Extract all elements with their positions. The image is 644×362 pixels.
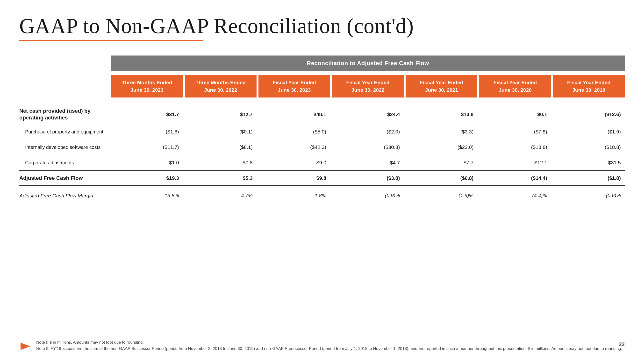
col-header-4: Fiscal Year Ended June 30, 2021 (406, 75, 477, 98)
col-header-2: Fiscal Year Ended June 30, 2023 (258, 75, 330, 98)
cell-1-1: ($0.1) (185, 129, 256, 135)
cell-5-6: (0.6)% (553, 193, 625, 198)
data-table: Net cash provided (used) by operating ac… (19, 105, 625, 203)
footer-arrow-icon (19, 340, 32, 352)
footer-note2: Note II: FY'19 actuals are the sum of th… (36, 346, 625, 352)
svg-marker-0 (20, 343, 30, 350)
page-title: GAAP to Non-GAAP Reconciliation (cont'd) (19, 14, 625, 38)
cell-1-4: ($3.3) (406, 129, 477, 135)
row-cells-2: ($11.7) ($8.1) ($42.3) ($30.8) ($22.0) (… (111, 144, 625, 150)
col-period-3: Fiscal Year Ended (346, 79, 390, 86)
cell-1-3: ($2.0) (332, 129, 404, 135)
cell-5-4: (1.9)% (406, 193, 477, 198)
cell-4-6: ($1.8) (553, 175, 625, 181)
table-row: Net cash provided (used) by operating ac… (19, 105, 625, 124)
row-cells-1: ($1.8) ($0.1) ($5.0) ($2.0) ($3.3) ($7.8… (111, 129, 625, 135)
cell-1-2: ($5.0) (258, 129, 330, 135)
table-row: Internally developed software costs ($11… (19, 139, 625, 155)
title-section: GAAP to Non-GAAP Reconciliation (cont'd) (19, 14, 625, 41)
cell-2-5: ($18.8) (479, 144, 551, 150)
col-header-6: Fiscal Year Ended June 30, 2019 (553, 75, 625, 98)
cell-4-1: $5.3 (185, 175, 256, 181)
table-row: Adjusted Free Cash Flow Margin 13.8% 4.7… (19, 188, 625, 203)
cell-4-2: $9.8 (258, 175, 330, 181)
cell-4-5: ($14.4) (479, 175, 551, 181)
cell-1-0: ($1.8) (111, 129, 183, 135)
col-date-4: June 30, 2021 (425, 87, 458, 93)
footer-section: Note I: $ in millions. Amounts may not f… (19, 339, 625, 352)
cell-5-5: (4.4)% (479, 193, 551, 198)
section-header-row: Reconciliation to Adjusted Free Cash Flo… (19, 55, 625, 71)
footer-note1: Note I: $ in millions. Amounts may not f… (36, 339, 625, 346)
table-section: Reconciliation to Adjusted Free Cash Flo… (19, 55, 625, 203)
footer-notes: Note I: $ in millions. Amounts may not f… (36, 339, 625, 352)
cell-1-6: ($1.9) (553, 129, 625, 135)
cell-4-4: ($6.8) (406, 175, 477, 181)
col-period-5: Fiscal Year Ended (494, 79, 537, 86)
cell-4-3: ($3.8) (332, 175, 404, 181)
col-header-1: Three Months Ended June 30, 2022 (185, 75, 256, 98)
row-label-3: Corporate adjustments (19, 160, 111, 166)
col-period-4: Fiscal Year Ended (420, 79, 463, 86)
cell-0-0: $31.7 (111, 111, 183, 117)
cell-0-3: $24.4 (332, 111, 404, 117)
cell-4-0: $19.3 (111, 175, 183, 181)
header-spacer (19, 55, 111, 71)
col-period-6: Fiscal Year Ended (567, 79, 610, 86)
row-cells-3: $1.0 $0.8 $9.0 $4.7 $7.7 $12.1 $31.5 (111, 160, 625, 166)
col-header-5: Fiscal Year Ended June 30, 2020 (479, 75, 551, 98)
table-row: Corporate adjustments $1.0 $0.8 $9.0 $4.… (19, 155, 625, 170)
col-header-3: Fiscal Year Ended June 30, 2022 (332, 75, 404, 98)
col-period-2: Fiscal Year Ended (272, 79, 316, 86)
table-row: Purchase of property and equipment ($1.8… (19, 124, 625, 139)
cell-2-6: ($18.8) (553, 144, 625, 150)
col-period-0: Three Months Ended (122, 79, 172, 86)
cell-3-3: $4.7 (332, 160, 404, 166)
cell-3-2: $9.0 (258, 160, 330, 166)
col-headers-row: Three Months Ended June 30, 2023 Three M… (19, 71, 625, 98)
title-underline (19, 40, 203, 41)
row-label-4: Adjusted Free Cash Flow (19, 175, 111, 182)
col-date-5: June 30, 2020 (498, 87, 532, 93)
col-date-1: June 30, 2022 (204, 87, 237, 93)
cell-5-2: 1.8% (258, 193, 330, 198)
cell-0-6: ($12.6) (553, 111, 625, 117)
section-header-container: Reconciliation to Adjusted Free Cash Flo… (111, 55, 625, 71)
col-date-6: June 30, 2019 (572, 87, 605, 93)
cell-5-1: 4.7% (185, 193, 256, 198)
row-cells-5: 13.8% 4.7% 1.8% (0.9)% (1.9)% (4.4)% (0.… (111, 193, 625, 198)
row-label-5: Adjusted Free Cash Flow Margin (19, 192, 111, 199)
table-wrapper: Reconciliation to Adjusted Free Cash Flo… (19, 55, 625, 203)
col-date-0: June 30, 2023 (130, 87, 164, 93)
cell-3-1: $0.8 (185, 160, 256, 166)
page-number: 22 (619, 341, 625, 348)
cell-2-1: ($8.1) (185, 144, 256, 150)
row-cells-0: $31.7 $12.7 $48.1 $24.4 $10.8 $0.1 ($12.… (111, 111, 625, 117)
cell-5-0: 13.8% (111, 193, 183, 198)
row-label-2: Internally developed software costs (19, 144, 111, 150)
cell-0-2: $48.1 (258, 111, 330, 117)
cell-1-5: ($7.8) (479, 129, 551, 135)
cell-2-2: ($42.3) (258, 144, 330, 150)
page-container: GAAP to Non-GAAP Reconciliation (cont'd)… (0, 0, 644, 362)
row-label-0: Net cash provided (used) by operating ac… (19, 108, 111, 121)
section-header: Reconciliation to Adjusted Free Cash Flo… (111, 55, 625, 71)
cell-0-4: $10.8 (406, 111, 477, 117)
cell-3-5: $12.1 (479, 160, 551, 166)
col-date-3: June 30, 2022 (352, 87, 384, 93)
cell-2-3: ($30.8) (332, 144, 404, 150)
cell-0-5: $0.1 (479, 111, 551, 117)
cell-3-0: $1.0 (111, 160, 183, 166)
row-cells-4: $19.3 $5.3 $9.8 ($3.8) ($6.8) ($14.4) ($… (111, 175, 625, 181)
col-period-1: Three Months Ended (196, 79, 246, 86)
cell-3-4: $7.7 (406, 160, 477, 166)
table-row: Adjusted Free Cash Flow $19.3 $5.3 $9.8 … (19, 170, 625, 186)
cell-2-4: ($22.0) (406, 144, 477, 150)
cell-3-6: $31.5 (553, 160, 625, 166)
cell-2-0: ($11.7) (111, 144, 183, 150)
row-label-1: Purchase of property and equipment (19, 129, 111, 135)
cell-5-3: (0.9)% (332, 193, 404, 198)
col-header-0: Three Months Ended June 30, 2023 (111, 75, 183, 98)
col-spacer (19, 71, 111, 98)
col-headers: Three Months Ended June 30, 2023 Three M… (111, 75, 625, 98)
